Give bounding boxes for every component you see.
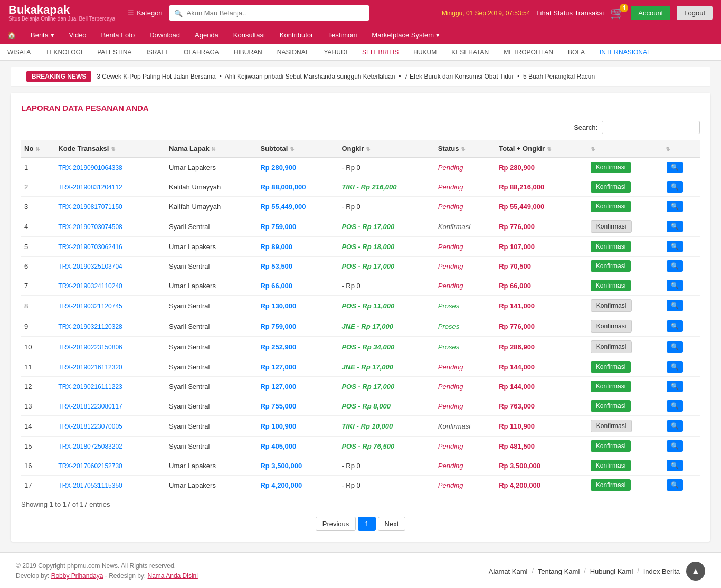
trx-link[interactable]: TRX-20181223080117 — [58, 403, 122, 410]
trx-link[interactable]: TRX-20180725083202 — [58, 443, 122, 450]
trx-link[interactable]: TRX-20190703074508 — [58, 223, 122, 231]
nav-konsultasi[interactable]: Konsultasi — [226, 26, 272, 44]
sec-nav-teknologi[interactable]: TEKNOLOGI — [38, 44, 90, 60]
nav-testimoni[interactable]: Testimoni — [320, 26, 364, 44]
page-1-button[interactable]: 1 — [358, 517, 375, 531]
trx-link[interactable]: TRX-20190216111223 — [58, 383, 122, 391]
account-button[interactable]: Account — [631, 6, 670, 20]
sec-nav-nasional[interactable]: NASIONAL — [270, 44, 317, 60]
nav-berita[interactable]: Berita ▾ — [23, 26, 62, 44]
trx-link[interactable]: TRX-20190901064338 — [58, 164, 122, 172]
konfirmasi-button[interactable]: Konfirmasi — [591, 299, 632, 312]
footer-right: Alamat Kami / Tentang Kami / Hubungi Kam… — [489, 567, 680, 575]
row-search-button[interactable]: 🔍 — [667, 201, 683, 212]
konfirmasi-button[interactable]: Konfirmasi — [591, 440, 631, 452]
row-search-button[interactable]: 🔍 — [667, 460, 683, 471]
nav-download[interactable]: Download — [142, 26, 187, 44]
footer-hubungi[interactable]: Hubungi Kami — [590, 567, 633, 575]
konfirmasi-button[interactable]: Konfirmasi — [591, 220, 632, 233]
row-search-button[interactable]: 🔍 — [667, 320, 683, 332]
trx-link[interactable]: TRX-20190324110240 — [58, 282, 122, 290]
konfirmasi-button[interactable]: Konfirmasi — [591, 340, 632, 353]
cart-button[interactable]: 🛒 4 — [610, 6, 624, 20]
row-search-button[interactable]: 🔍 — [667, 341, 683, 353]
secondary-nav: WISATA TEKNOLOGI PALESTINA ISRAEL OLAHRA… — [0, 44, 721, 61]
row-search-button[interactable]: 🔍 — [667, 420, 683, 432]
sec-nav-hukum[interactable]: HUKUM — [406, 44, 444, 60]
row-search-button[interactable]: 🔍 — [667, 221, 683, 232]
sec-nav-wisata[interactable]: WISATA — [0, 44, 38, 60]
cell-status: Pending — [435, 276, 496, 296]
row-search-button[interactable]: 🔍 — [667, 260, 683, 272]
cell-status: Proses — [435, 337, 496, 357]
kategori-button[interactable]: ☰ Kategori — [128, 9, 162, 17]
trx-link[interactable]: TRX-20190321120328 — [58, 323, 122, 330]
konfirmasi-button[interactable]: Konfirmasi — [591, 241, 631, 252]
nav-agenda[interactable]: Agenda — [187, 26, 226, 44]
nav-video[interactable]: Video — [62, 26, 94, 44]
developer-link[interactable]: Robby Prihandaya — [51, 572, 103, 580]
row-search-button[interactable]: 🔍 — [667, 280, 683, 291]
footer-index[interactable]: Index Berita — [643, 567, 680, 575]
next-button[interactable]: Next — [378, 517, 406, 531]
sec-nav-kesehatan[interactable]: KESEHATAN — [444, 44, 496, 60]
footer-alamat[interactable]: Alamat Kami — [489, 567, 528, 575]
row-search-button[interactable]: 🔍 — [667, 361, 683, 373]
sec-nav-palestina[interactable]: PALESTINA — [90, 44, 139, 60]
konfirmasi-button[interactable]: Konfirmasi — [591, 381, 631, 392]
konfirmasi-button[interactable]: Konfirmasi — [591, 479, 631, 491]
sec-nav-selebritis[interactable]: SELEBRITIS — [355, 44, 406, 60]
row-search-button[interactable]: 🔍 — [667, 181, 683, 193]
konfirmasi-button[interactable]: Konfirmasi — [591, 162, 631, 173]
sec-nav-internasional[interactable]: INTERNASIONAL — [592, 44, 658, 60]
konfirmasi-button[interactable]: Konfirmasi — [591, 280, 631, 291]
trx-link[interactable]: TRX-20190703062416 — [58, 243, 122, 251]
search-input[interactable] — [169, 5, 369, 21]
redesigner-link[interactable]: Nama Anda Disini — [148, 572, 198, 580]
logout-button[interactable]: Logout — [677, 6, 713, 20]
trx-link[interactable]: TRX-20190321120745 — [58, 302, 122, 310]
trx-link[interactable]: TRX-20170602152730 — [58, 462, 122, 470]
trx-link[interactable]: TRX-20190223150806 — [58, 344, 122, 351]
sec-nav-hiburan[interactable]: HIBURAN — [226, 44, 270, 60]
row-search-button[interactable]: 🔍 — [667, 300, 683, 311]
table-search-input[interactable] — [602, 121, 700, 134]
konfirmasi-button[interactable]: Konfirmasi — [591, 181, 631, 193]
nav-kontributor[interactable]: Kontributor — [272, 26, 321, 44]
scroll-top-button[interactable]: ▲ — [686, 562, 705, 581]
trx-link[interactable]: TRX-20190216112320 — [58, 364, 122, 371]
row-search-button[interactable]: 🔍 — [667, 241, 683, 252]
footer-tentang[interactable]: Tentang Kami — [538, 567, 580, 575]
nav-berita-foto[interactable]: Berita Foto — [94, 26, 143, 44]
konfirmasi-button[interactable]: Konfirmasi — [591, 260, 631, 272]
sec-nav-metropolitan[interactable]: METROPOLITAN — [496, 44, 561, 60]
trx-link[interactable]: TRX-20181223070005 — [58, 423, 122, 430]
trx-link[interactable]: TRX-20190325103704 — [58, 263, 122, 270]
sec-nav-bola[interactable]: BOLA — [561, 44, 592, 60]
row-search-button[interactable]: 🔍 — [667, 479, 683, 491]
trx-link[interactable]: TRX-20190831204112 — [58, 184, 122, 191]
previous-button[interactable]: Previous — [316, 517, 356, 531]
lihat-status-link[interactable]: Lihat Status Transaksi — [536, 9, 604, 17]
cell-total: Rp 144,000 — [496, 377, 587, 396]
konfirmasi-button[interactable]: Konfirmasi — [591, 361, 631, 373]
sec-nav-yahudi[interactable]: YAHUDI — [316, 44, 354, 60]
cell-status: Pending — [435, 197, 496, 216]
header-right: Minggu, 01 Sep 2019, 07:53:54 Lihat Stat… — [442, 6, 713, 20]
konfirmasi-button[interactable]: Konfirmasi — [591, 420, 632, 432]
trx-link[interactable]: TRX-20170531115350 — [58, 482, 122, 489]
konfirmasi-button[interactable]: Konfirmasi — [591, 201, 631, 212]
table-row: 9 TRX-20190321120328 Syarii Sentral Rp 7… — [21, 316, 700, 337]
sec-nav-israel[interactable]: ISRAEL — [139, 44, 176, 60]
konfirmasi-button[interactable]: Konfirmasi — [591, 320, 632, 333]
konfirmasi-button[interactable]: Konfirmasi — [591, 460, 631, 471]
trx-link[interactable]: TRX-20190817071150 — [58, 203, 122, 211]
nav-home[interactable]: 🏠 — [0, 26, 23, 44]
row-search-button[interactable]: 🔍 — [667, 400, 683, 412]
nav-marketplace[interactable]: Marketplace System ▾ — [364, 26, 447, 44]
konfirmasi-button[interactable]: Konfirmasi — [591, 400, 631, 412]
row-search-button[interactable]: 🔍 — [667, 162, 683, 173]
row-search-button[interactable]: 🔍 — [667, 440, 683, 452]
row-search-button[interactable]: 🔍 — [667, 381, 683, 392]
sec-nav-olahraga[interactable]: OLAHRAGA — [176, 44, 226, 60]
